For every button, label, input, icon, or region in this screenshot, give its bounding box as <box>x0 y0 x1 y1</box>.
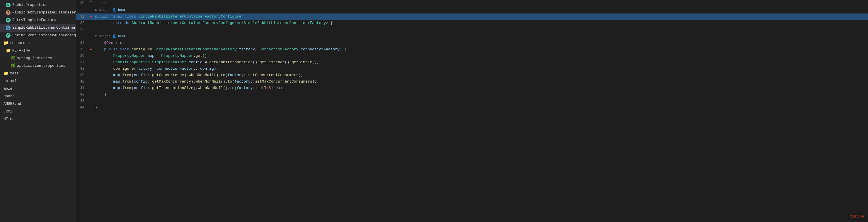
gutter-breakpoint[interactable]: ● <box>88 13 94 20</box>
sidebar-item-gnore[interactable]: gnore <box>0 93 76 100</box>
sidebar-item-label: RabbitRetryTemplateCustomizer <box>12 9 76 16</box>
file-tree: C RabbitProperties I RabbitRetryTemplate… <box>0 0 76 222</box>
line-number: 42 <box>76 91 88 98</box>
line-content: } <box>94 91 868 98</box>
code-editor: 30 */ 5 usages 👤 bear 31 ● public final … <box>76 0 868 222</box>
usage-count: 2 usages <box>95 33 111 39</box>
sidebar-item-label: SpringEventListenerAutoConfiguration <box>12 32 76 39</box>
line-content: public void configure(SimpleRabbitListen… <box>94 46 868 53</box>
sidebar-item-label: SimpleRabbitListenerContainerFactoryConf… <box>12 25 76 31</box>
line-content: map.from(config::getTransactionSize).whe… <box>94 85 868 91</box>
sidebar-item-simple-rabbit[interactable]: C SimpleRabbitListenerContainerFactoryCo… <box>0 24 76 32</box>
sidebar-item-label: mple <box>3 86 12 92</box>
usage-author[interactable]: bear <box>118 7 126 13</box>
code-line-30: 30 */ <box>76 0 868 6</box>
sidebar-item-mple[interactable]: mple <box>0 85 76 93</box>
line-number: 44 <box>76 104 88 111</box>
code-line-32: 32 extends AbstractRabbitListenerContain… <box>76 20 868 26</box>
code-line-36: 36 PropertyMapper map = PropertyMapper.g… <box>76 53 868 59</box>
code-line-44: 44 } <box>76 104 868 111</box>
code-line-35: 35 ● public void configure(SimpleRabbitL… <box>76 46 868 53</box>
line-content: configure(factory, connectionFactory, co… <box>94 66 868 72</box>
usage-info-row-1: 5 usages 👤 bear <box>76 6 868 13</box>
line-number: 30 <box>76 0 88 6</box>
sidebar-item-label: spring.factories <box>17 55 52 62</box>
sidebar-item-xml[interactable]: .xml <box>0 108 76 116</box>
line-number: 33 <box>76 26 88 33</box>
sidebar-item-retry-factory[interactable]: C RetryTemplateFactory <box>0 17 76 24</box>
line-number: 34 <box>76 40 88 46</box>
line-content: extends AbstractRabbitListenerContainerF… <box>94 20 868 26</box>
line-number: 37 <box>76 59 88 66</box>
line-content: PropertyMapper map = PropertyMapper.get(… <box>94 53 868 59</box>
sidebar-item-rabbit-properties[interactable]: C RabbitProperties <box>0 1 76 9</box>
usage-icon: 👤 <box>112 33 116 39</box>
line-content: map.from(config::getConcurrency).whenNon… <box>94 72 868 78</box>
line-number: 32 <box>76 20 88 26</box>
sidebar-item-label: gnore <box>3 93 14 100</box>
line-content <box>94 26 868 33</box>
code-line-33: 33 <box>76 26 868 33</box>
sidebar-item-app-properties[interactable]: 🌿 application.properties <box>0 62 76 70</box>
code-line-41: 41 map.from(config::getTransactionSize).… <box>76 85 868 91</box>
sidebar-item-label: RetryTemplateFactory <box>12 17 56 24</box>
folder-icon: 📁 <box>6 48 10 53</box>
interface-icon: I <box>6 10 10 15</box>
line-content: } <box>94 104 868 111</box>
line-content: map.from(config::getMaxConcurrency).when… <box>94 78 868 85</box>
usage-info-row-2: 2 usages 👤 bear <box>76 33 868 40</box>
line-content: */ <box>94 0 868 6</box>
sidebar-item-label: test <box>10 70 19 77</box>
class-icon: C <box>6 26 10 30</box>
line-number: 36 <box>76 53 88 59</box>
class-icon: C <box>6 33 10 38</box>
spring-icon: 🌿 <box>10 56 15 61</box>
class-icon: C <box>6 3 10 7</box>
sidebar-item-label: META-INF <box>12 47 30 54</box>
sidebar-item-anges[interactable]: ANGES.md <box>0 100 76 108</box>
sidebar-item-label: om.xml <box>3 78 17 84</box>
sidebar-item-label: MF.md <box>3 116 14 122</box>
line-number: 35 <box>76 46 88 53</box>
sidebar-item-label: .xml <box>3 108 12 115</box>
folder-icon: 📁 <box>3 41 8 45</box>
sidebar-item-meta-inf[interactable]: 📁 META-INF <box>0 47 76 55</box>
code-line-42: 42 } <box>76 91 868 98</box>
spring-icon: 🌿 <box>10 64 15 68</box>
svg-rect-1 <box>91 0 91 2</box>
sidebar-item-spring-factories[interactable]: 🌿 spring.factories <box>0 55 76 62</box>
usage-icon: 👤 <box>112 7 116 13</box>
sidebar-item-pom[interactable]: om.xml <box>0 77 76 85</box>
code-line-40: 40 map.from(config::getMaxConcurrency).w… <box>76 78 868 85</box>
sidebar-item-label: RabbitProperties <box>12 2 48 8</box>
class-icon: C <box>6 18 10 23</box>
line-number: 38 <box>76 66 88 72</box>
usage-author[interactable]: bear <box>118 33 126 39</box>
line-number: 39 <box>76 72 88 78</box>
line-content: public final class SimpleRabbitListenerC… <box>94 13 868 20</box>
sidebar-item-mf-md[interactable]: MF.md <box>0 116 76 123</box>
line-content <box>94 98 868 104</box>
sidebar-item-spring-event[interactable]: C SpringEventListenerAutoConfiguration <box>0 32 76 39</box>
line-number: 41 <box>76 85 88 91</box>
sidebar-item-label: resources <box>10 40 30 46</box>
line-content: @Override <box>94 40 868 46</box>
sidebar-item-label: application.properties <box>17 63 65 69</box>
gutter-breakpoint-2[interactable]: ● <box>88 46 94 53</box>
code-area: 30 */ 5 usages 👤 bear 31 ● public final … <box>76 0 868 111</box>
code-line-38: 38 configure(factory, connectionFactory,… <box>76 66 868 72</box>
code-line-34: 34 @Override <box>76 40 868 46</box>
usage-count: 5 usages <box>95 7 111 13</box>
code-line-43: 43 <box>76 98 868 104</box>
sidebar-item-label: ANGES.md <box>3 101 21 107</box>
code-line-37: 37 RabbitProperties.SimpleContainer conf… <box>76 59 868 66</box>
sidebar-item-test[interactable]: 📁 test <box>0 70 76 77</box>
line-number: 31 <box>76 13 88 20</box>
folder-icon: 📁 <box>3 71 8 76</box>
line-number: 43 <box>76 98 88 104</box>
sidebar-item-resources[interactable]: 📁 resources <box>0 39 76 47</box>
line-content: RabbitProperties.SimpleContainer config … <box>94 59 868 66</box>
sidebar-item-rabbit-retry[interactable]: I RabbitRetryTemplateCustomizer <box>0 9 76 17</box>
code-line-39: 39 map.from(config::getConcurrency).when… <box>76 72 868 78</box>
watermark: 吉林龙网 <box>848 214 866 220</box>
